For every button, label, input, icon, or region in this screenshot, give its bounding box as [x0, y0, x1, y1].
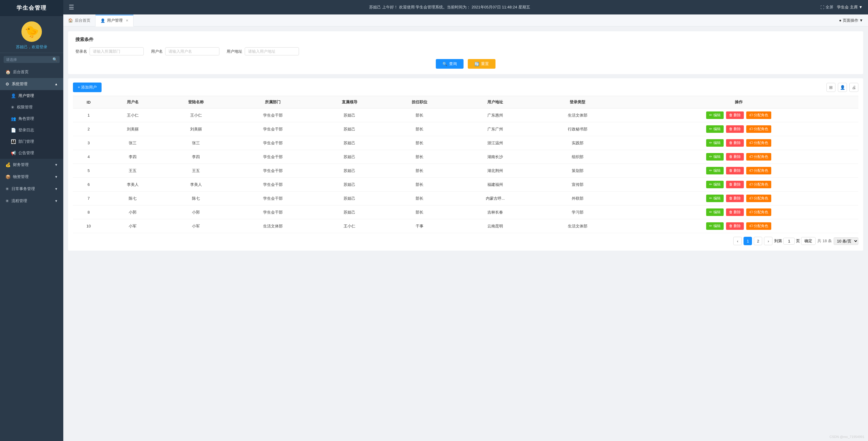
tab-close-button[interactable]: ✕	[126, 19, 128, 23]
sidebar-item-home[interactable]: 🏠 后台首页	[0, 66, 63, 78]
sidebar-item-finance[interactable]: 💰 财务管理 ▼	[0, 159, 63, 171]
delete-button[interactable]: 🗑 删除	[726, 139, 744, 147]
edit-button[interactable]: ✏ 编辑	[706, 222, 723, 230]
reset-button[interactable]: 🔄 重置	[468, 59, 495, 69]
chevron-down-icon: ▼	[55, 163, 58, 166]
delete-button[interactable]: 🗑 删除	[726, 209, 744, 216]
sidebar-search-input[interactable]	[6, 58, 53, 62]
cell-username: 刘美丽	[104, 122, 161, 136]
assign-role-button[interactable]: 🏷 分配角色	[746, 195, 771, 202]
ops-cell: ✏ 编辑 🗑 删除 🏷 分配角色	[622, 209, 856, 216]
home-tab-icon: 🏠	[68, 18, 73, 23]
cell-login-name: 王五	[161, 164, 231, 178]
edit-button[interactable]: ✏ 编辑	[706, 125, 723, 133]
page-1-button[interactable]: 1	[744, 237, 752, 245]
assign-role-button[interactable]: 🏷 分配角色	[746, 139, 771, 147]
cell-address: 广东惠州	[455, 108, 536, 122]
query-button[interactable]: 🔍 查询	[436, 59, 464, 69]
page-number-input[interactable]	[783, 238, 795, 245]
cell-address: 福建福州	[455, 178, 536, 192]
sidebar-item-material[interactable]: 📦 物资管理 ▼	[0, 171, 63, 183]
assign-role-button[interactable]: 🏷 分配角色	[746, 112, 771, 119]
sidebar-item-workflow[interactable]: ✳ 流程管理 ▼	[0, 195, 63, 207]
assign-role-button[interactable]: 🏷 分配角色	[746, 181, 771, 188]
cell-leader: 王小仁	[314, 219, 384, 233]
datetime-text: 2021年05月07日 11:48:24 星期五	[472, 5, 530, 9]
cell-address: 湖南长沙	[455, 150, 536, 164]
grid-view-button[interactable]: ⊞	[827, 83, 835, 92]
fullscreen-button[interactable]: ⛶ 全屏	[820, 4, 833, 10]
print-button[interactable]: 🖨	[849, 83, 858, 92]
assign-role-button[interactable]: 🏷 分配角色	[746, 209, 771, 216]
page-confirm-button[interactable]: 确定	[801, 237, 815, 245]
assign-role-button[interactable]: 🏷 分配角色	[746, 222, 771, 230]
sidebar-item-notice-mgmt[interactable]: 📢 公告管理	[0, 147, 63, 159]
delete-button[interactable]: 🗑 删除	[726, 167, 744, 175]
home-tab-label: 后台首页	[75, 18, 90, 23]
cell-login-name: 刘美丽	[161, 122, 231, 136]
edit-button[interactable]: ✏ 编辑	[706, 181, 723, 188]
assign-role-button[interactable]: 🏷 分配角色	[746, 153, 771, 161]
sidebar-item-notice-mgmt-label: 公告管理	[19, 150, 34, 156]
delete-button[interactable]: 🗑 删除	[726, 195, 744, 202]
app-logo: 学生会管理	[0, 0, 63, 16]
prev-page-button[interactable]: ‹	[733, 237, 742, 245]
sidebar-search-box[interactable]: 🔍	[4, 56, 60, 63]
sidebar-item-dept-mgmt-label: 部门管理	[19, 139, 34, 144]
edit-button[interactable]: ✏ 编辑	[706, 195, 723, 202]
topbar-right: ⛶ 全屏 学生会 主席 ▼	[820, 4, 863, 10]
chevron-down-icon-2: ▼	[55, 175, 58, 179]
page-ops-button[interactable]: ● 页面操作 ▼	[839, 18, 863, 23]
sidebar-item-dept-mgmt[interactable]: 👨‍👩‍👧 部门管理	[0, 136, 63, 147]
goto-label: 到第	[774, 238, 782, 244]
column-view-button[interactable]: 👤	[838, 83, 847, 92]
role-icon: 👥	[11, 116, 16, 121]
next-page-button[interactable]: ›	[764, 237, 772, 245]
page-size-select[interactable]: 10 条/页 20 条/页 50 条/页	[834, 238, 858, 245]
cell-id: 4	[73, 150, 104, 164]
page-2-button[interactable]: 2	[754, 237, 762, 245]
edit-button[interactable]: ✏ 编辑	[706, 167, 723, 175]
user-tab-icon: 👤	[100, 19, 105, 23]
user-menu-button[interactable]: 学生会 主席 ▼	[837, 4, 863, 10]
login-name-input[interactable]	[90, 47, 144, 56]
col-ops: 操作	[619, 96, 858, 108]
col-leader: 直属领导	[314, 96, 384, 108]
add-user-button[interactable]: + 添加用户	[73, 83, 101, 92]
material-icon: 📦	[5, 175, 10, 179]
delete-button[interactable]: 🗑 删除	[726, 125, 744, 133]
ops-cell: ✏ 编辑 🗑 删除 🏷 分配角色	[622, 112, 856, 119]
cell-login-name: 李四	[161, 150, 231, 164]
hamburger-icon[interactable]: ☰	[69, 4, 74, 11]
cell-id: 10	[73, 219, 104, 233]
edit-button[interactable]: ✏ 编辑	[706, 153, 723, 161]
sidebar-item-perm-mgmt[interactable]: ✳ 权限管理	[0, 101, 63, 113]
sidebar-item-system[interactable]: ⚙ 系统管理 ▲	[0, 78, 63, 90]
reset-btn-icon: 🔄	[474, 62, 479, 66]
edit-button[interactable]: ✏ 编辑	[706, 112, 723, 119]
tab-user-management[interactable]: 👤 用户管理 ✕	[96, 15, 133, 27]
search-field-login: 登录名	[75, 47, 144, 56]
pagination: ‹ 1 2 › 到第 页 确定 共 18 条 10 条/页 20 条/页 50 …	[73, 233, 858, 246]
sidebar-item-user-mgmt[interactable]: 👤 用户管理	[0, 90, 63, 101]
cell-id: 5	[73, 164, 104, 178]
cell-dept: 生活文体部	[231, 219, 315, 233]
table-row: 7 陈七 陈七 学生会干部 苏姐己 部长 内蒙古呼... 外联部 ✏ 编辑 🗑 …	[73, 192, 858, 206]
assign-role-button[interactable]: 🏷 分配角色	[746, 167, 771, 175]
delete-button[interactable]: 🗑 删除	[726, 153, 744, 161]
tab-home[interactable]: 🏠 后台首页	[63, 14, 96, 26]
edit-button[interactable]: ✏ 编辑	[706, 209, 723, 216]
username-input[interactable]	[165, 47, 219, 56]
sidebar-item-daily[interactable]: ✳ 日常事务管理 ▼	[0, 183, 63, 195]
sidebar-item-role-mgmt[interactable]: 👥 角色管理	[0, 113, 63, 124]
sidebar-item-login-log[interactable]: 📄 登录日志	[0, 124, 63, 136]
delete-button[interactable]: 🗑 删除	[726, 181, 744, 188]
user-address-input[interactable]	[245, 47, 299, 56]
delete-button[interactable]: 🗑 删除	[726, 112, 744, 119]
cell-login-type: 实践部	[536, 136, 619, 150]
assign-role-button[interactable]: 🏷 分配角色	[746, 125, 771, 133]
cell-dept: 学生会干部	[231, 108, 315, 122]
edit-button[interactable]: ✏ 编辑	[706, 139, 723, 147]
delete-button[interactable]: 🗑 删除	[726, 222, 744, 230]
cell-leader: 苏姐己	[314, 178, 384, 192]
